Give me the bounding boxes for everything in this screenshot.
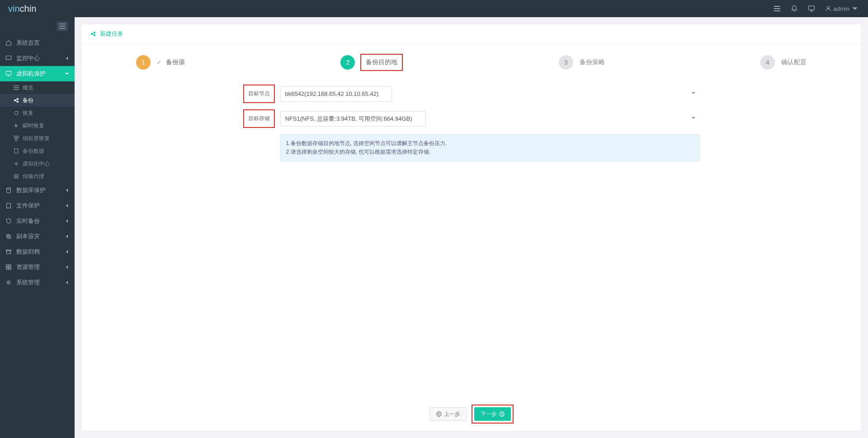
submenu-backup[interactable]: 备份: [0, 94, 75, 107]
sidebar-item-label: 系统管理: [16, 278, 40, 287]
gear-icon: [14, 161, 19, 166]
prev-button[interactable]: 上一步: [429, 407, 467, 421]
submenu-overview[interactable]: 概览: [0, 81, 75, 94]
next-button[interactable]: 下一步: [474, 407, 511, 421]
target-storage-label: 目标存储: [243, 109, 275, 128]
share-icon: [90, 31, 96, 37]
bell-icon[interactable]: [786, 0, 802, 17]
desktop-icon: [5, 71, 12, 77]
copy-icon: [5, 233, 12, 240]
monitor-icon[interactable]: [803, 0, 820, 17]
target-node-select[interactable]: bk6542(192.168.65.42 10.10.65.42): [280, 86, 392, 102]
submenu-label: 备份数据: [23, 147, 44, 155]
svg-rect-19: [14, 149, 18, 153]
sidebar-item-monitor[interactable]: 监控中心: [0, 51, 75, 66]
svg-rect-21: [14, 174, 18, 176]
svg-rect-7: [59, 28, 66, 29]
sidebar-toggle-button[interactable]: [57, 21, 68, 31]
step-label: 备份目的地: [366, 58, 397, 66]
submenu-label: 恢复: [23, 109, 33, 117]
step-1: 1 ✓ 备份源: [136, 55, 185, 70]
sidebar-item-label: 副本容灾: [16, 232, 40, 240]
hint-box: 1.备份数据存储目的地节点, 选择空闲节点可以缓解主节点备份压力. 2.请选择剩…: [280, 134, 700, 161]
arrow-left-circle-icon: [436, 411, 442, 417]
svg-rect-1: [774, 8, 780, 9]
svg-point-35: [94, 32, 95, 33]
wizard-steps: 1 ✓ 备份源 2 备份目的地 3 备份策略 4 确认配置: [95, 54, 847, 85]
svg-rect-18: [15, 139, 17, 141]
submenu-label: 虚拟化中心: [23, 160, 50, 168]
sidebar-item-realtime-backup[interactable]: 实时备份: [0, 213, 75, 229]
sidebar-item-file-protect[interactable]: 文件保护: [0, 198, 75, 213]
sidebar-item-label: 数据库保护: [16, 186, 46, 194]
step-2: 2 备份目的地: [340, 54, 403, 71]
sidebar-item-label: 文件保护: [16, 202, 40, 210]
svg-rect-12: [14, 89, 19, 90]
svg-rect-6: [59, 26, 66, 27]
step-number: 2: [340, 55, 355, 70]
chevron-down-icon: [852, 5, 858, 12]
step-label: 备份策略: [580, 58, 605, 66]
svg-rect-29: [6, 265, 8, 267]
svg-point-34: [91, 33, 93, 35]
sidebar-item-resource[interactable]: 资源管理: [0, 259, 75, 275]
archive-icon: [5, 249, 12, 255]
sidebar-item-db-protect[interactable]: 数据库保护: [0, 183, 75, 198]
submenu-label: 细粒度恢复: [23, 135, 50, 142]
chevron-left-icon: [65, 203, 69, 208]
sidebar-item-system[interactable]: 系统管理: [0, 275, 75, 290]
target-storage-select[interactable]: NFS1(NFS, 总容量:3.94TB, 可用空间:664.94GB): [280, 111, 426, 127]
svg-rect-3: [808, 6, 814, 10]
svg-rect-0: [774, 6, 780, 7]
svg-rect-24: [7, 203, 11, 208]
svg-point-14: [17, 99, 19, 100]
sidebar-item-vm-protect[interactable]: 虚拟机保护: [0, 66, 75, 81]
svg-point-20: [15, 163, 17, 165]
user-name: admin: [834, 5, 849, 12]
svg-rect-30: [9, 265, 11, 267]
svg-point-23: [7, 188, 11, 189]
svg-rect-11: [14, 87, 19, 88]
database-icon: [5, 187, 12, 193]
submenu-label: 概览: [23, 84, 33, 92]
submenu-granular-restore[interactable]: 细粒度恢复: [0, 132, 75, 145]
sidebar-item-label: 资源管理: [16, 263, 40, 271]
list-icon: [14, 85, 19, 90]
svg-point-38: [500, 412, 504, 416]
user-icon: [825, 5, 831, 12]
cubes-icon: [14, 136, 19, 141]
hint-line-1: 1.备份数据存储目的地节点, 选择空闲节点可以缓解主节点备份压力.: [286, 139, 694, 148]
submenu-virt-center[interactable]: 虚拟化中心: [0, 157, 75, 170]
prev-label: 上一步: [444, 410, 460, 418]
svg-point-37: [437, 412, 441, 416]
refresh-icon: [14, 110, 19, 116]
submenu-instant-restore[interactable]: 瞬时恢复: [0, 119, 75, 132]
svg-point-15: [17, 101, 19, 103]
chevron-left-icon: [65, 280, 69, 285]
tasks-icon[interactable]: [769, 0, 785, 17]
bolt-icon: [14, 123, 19, 128]
user-menu[interactable]: admin: [821, 5, 863, 12]
check-icon: ✓: [157, 59, 161, 66]
svg-rect-31: [6, 268, 8, 269]
submenu-transfer-agent[interactable]: 传输代理: [0, 170, 75, 183]
svg-rect-22: [14, 177, 18, 178]
page-title: 新建任务: [100, 30, 123, 38]
step-number: 4: [760, 55, 775, 70]
step-number: 1: [136, 55, 151, 70]
brand-logo: vinchin: [8, 4, 36, 14]
step-label: 备份源: [166, 58, 185, 66]
server-icon: [14, 174, 19, 179]
submenu-restore[interactable]: 恢复: [0, 107, 75, 119]
hint-line-2: 2.请选择剩余空间较大的存储, 也可以根据需求选择特定存储.: [286, 148, 694, 156]
sidebar-item-home[interactable]: 系统首页: [0, 35, 75, 51]
svg-rect-5: [59, 24, 66, 24]
submenu-backup-data[interactable]: 备份数据: [0, 145, 75, 157]
shield-icon: [5, 218, 12, 224]
chevron-left-icon: [65, 56, 69, 61]
svg-point-13: [14, 100, 16, 101]
chevron-left-icon: [65, 219, 69, 223]
step-label: 确认配置: [781, 58, 807, 66]
sidebar-item-archive[interactable]: 数据归档: [0, 244, 75, 259]
sidebar-item-replica-dr[interactable]: 副本容灾: [0, 229, 75, 244]
